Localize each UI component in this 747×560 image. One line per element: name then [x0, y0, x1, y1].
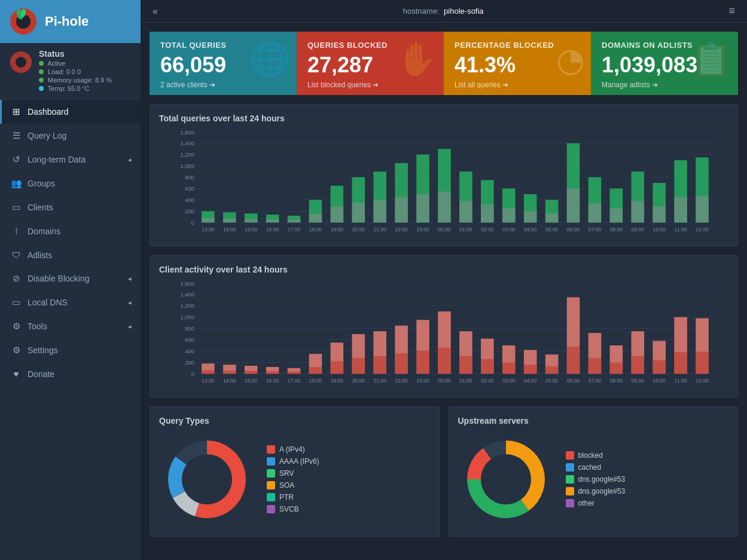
svg-text:02:00: 02:00 [481, 378, 494, 384]
svg-rect-63 [610, 209, 623, 223]
nav-label-groups: Groups [28, 179, 55, 188]
stat-card-queries-blocked: Queries Blocked 27,287 ✋ List blocked qu… [297, 32, 444, 95]
svg-rect-55 [524, 211, 537, 222]
svg-rect-153 [610, 362, 623, 374]
svg-text:600: 600 [185, 185, 194, 192]
svg-text:16:00: 16:00 [266, 227, 279, 232]
legend-label: other [578, 499, 594, 507]
client-chart-box: Client activity over last 24 hours 02004… [150, 255, 738, 397]
sidebar-item-domains[interactable]: ⁞ Domains [0, 219, 141, 243]
nav-label-dashboard: Dashboard [28, 107, 69, 117]
tools-icon: ⚙ [11, 321, 22, 332]
svg-rect-53 [502, 209, 516, 223]
sidebar-item-query-log[interactable]: ☰ Query Log [0, 124, 141, 148]
svg-rect-71 [696, 196, 709, 223]
legend-item: A (IPv4) [267, 445, 319, 454]
card-link-percentage-blocked[interactable]: List all queries ➔ [455, 81, 580, 89]
client-chart-svg: 02004006008001,0001,2001,4001,60013:0014… [159, 280, 728, 388]
svg-text:13:00: 13:00 [202, 227, 215, 232]
legend-color-swatch [267, 457, 275, 466]
disable-blocking-arrow-icon: ◂ [128, 275, 132, 283]
svg-rect-159 [674, 352, 687, 374]
card-link-queries-blocked[interactable]: List blocked queries ➔ [307, 81, 433, 89]
sidebar-item-groups[interactable]: 👥 Groups [0, 172, 141, 195]
legend-item: dns.google#53 [566, 487, 626, 495]
content-area: Total queries 66,059 🌐 2 active clients … [141, 23, 747, 560]
svg-text:19:00: 19:00 [331, 378, 344, 384]
nav-label-disable-blocking: Disable Blocking [28, 274, 90, 283]
settings-icon: ⚙ [11, 345, 22, 356]
svg-text:1,000: 1,000 [180, 163, 194, 169]
sidebar-item-settings[interactable]: ⚙ Settings [0, 338, 141, 362]
sidebar-item-donate[interactable]: ♥ Donate [0, 362, 141, 385]
legend-item: SRV [267, 469, 319, 478]
svg-text:05:00: 05:00 [545, 378, 559, 384]
svg-rect-145 [524, 365, 537, 374]
sidebar-item-adlists[interactable]: 🛡 Adlists [0, 243, 141, 267]
svg-rect-41 [373, 200, 386, 222]
long-term-data-icon: ↺ [11, 154, 22, 165]
status-raspberry-icon [9, 50, 33, 74]
sidebar-collapse-button[interactable]: « [153, 6, 158, 17]
hamburger-menu-button[interactable]: ≡ [728, 5, 735, 17]
svg-text:600: 600 [185, 336, 194, 343]
stat-card-percentage-blocked: Percentage Blocked 41.3% ◔ List all quer… [444, 32, 591, 95]
sidebar-item-dashboard[interactable]: ⊞ Dashboard [0, 100, 141, 124]
sidebar-item-clients[interactable]: ▭ Clients [0, 195, 141, 219]
svg-rect-151 [589, 358, 602, 374]
svg-text:1,400: 1,400 [180, 140, 194, 146]
queries-chart-title: Total queries over last 24 hours [159, 114, 728, 123]
nav-label-adlists: Adlists [28, 250, 52, 260]
queries-chart-area: 02004006008001,0001,2001,4001,60013:0014… [159, 129, 728, 237]
sidebar-item-tools[interactable]: ⚙ Tools ◂ [0, 314, 141, 338]
sidebar-item-long-term-data[interactable]: ↺ Long-term Data ◂ [0, 148, 141, 172]
legend-color-swatch [267, 481, 275, 489]
svg-text:17:00: 17:00 [288, 227, 301, 232]
svg-rect-69 [674, 197, 687, 223]
sidebar-item-local-dns[interactable]: ▭ Local DNS ◂ [0, 290, 141, 314]
legend-color-swatch [267, 493, 275, 501]
svg-text:14:00: 14:00 [223, 378, 236, 384]
svg-text:400: 400 [185, 197, 194, 203]
svg-text:10:00: 10:00 [653, 227, 666, 232]
svg-rect-141 [481, 359, 494, 374]
sidebar-header: Pi-hole [0, 0, 141, 43]
legend-label: blocked [578, 451, 603, 460]
card-bg-icon-queries-blocked: ✋ [397, 40, 438, 79]
svg-text:1,400: 1,400 [180, 291, 194, 298]
legend-item: dns.google#53 [566, 475, 626, 484]
svg-rect-51 [481, 204, 494, 222]
upstream-servers-legend: blocked cached dns.google#53 dns.google#… [566, 451, 626, 507]
svg-text:400: 400 [185, 348, 194, 354]
local-dns-icon: ▭ [11, 297, 22, 308]
svg-text:200: 200 [185, 359, 194, 366]
card-link-domains-adlists[interactable]: Manage adlists ➔ [602, 81, 727, 89]
svg-text:07:00: 07:00 [589, 378, 602, 384]
card-link-total-queries[interactable]: 2 active clients ➔ [160, 81, 286, 89]
svg-rect-59 [567, 188, 580, 222]
svg-text:14:00: 14:00 [223, 227, 236, 232]
upstream-servers-title: Upstream servers [458, 416, 729, 426]
stat-card-domains-adlists: Domains on Adlists 1,039,083 📋 Manage ad… [591, 32, 738, 95]
svg-text:04:00: 04:00 [524, 378, 537, 384]
svg-text:12:00: 12:00 [696, 378, 709, 384]
disable-blocking-icon: ⊘ [11, 273, 22, 284]
upstream-servers-box: Upstream servers blocked cached dns.goog… [449, 406, 739, 537]
svg-rect-147 [545, 366, 559, 374]
svg-text:19:00: 19:00 [331, 227, 344, 232]
svg-rect-133 [395, 353, 408, 374]
nav-label-domains: Domains [28, 227, 60, 236]
svg-rect-149 [567, 347, 580, 374]
upstream-servers-donut [458, 432, 554, 527]
legend-item: SOA [267, 481, 319, 489]
svg-text:16:00: 16:00 [266, 378, 279, 384]
local-dns-arrow-icon: ◂ [128, 299, 132, 307]
legend-item: PTR [267, 493, 319, 501]
query-types-content: A (IPv4) AAAA (IPv6) SRV SOA PTR SVCB [159, 432, 430, 527]
query-types-title: Query Types [159, 416, 430, 426]
svg-text:22:00: 22:00 [395, 227, 408, 232]
svg-text:09:00: 09:00 [632, 227, 645, 232]
sidebar-item-disable-blocking[interactable]: ⊘ Disable Blocking ◂ [0, 267, 141, 290]
svg-text:01:00: 01:00 [459, 378, 472, 384]
svg-rect-27 [223, 219, 236, 223]
